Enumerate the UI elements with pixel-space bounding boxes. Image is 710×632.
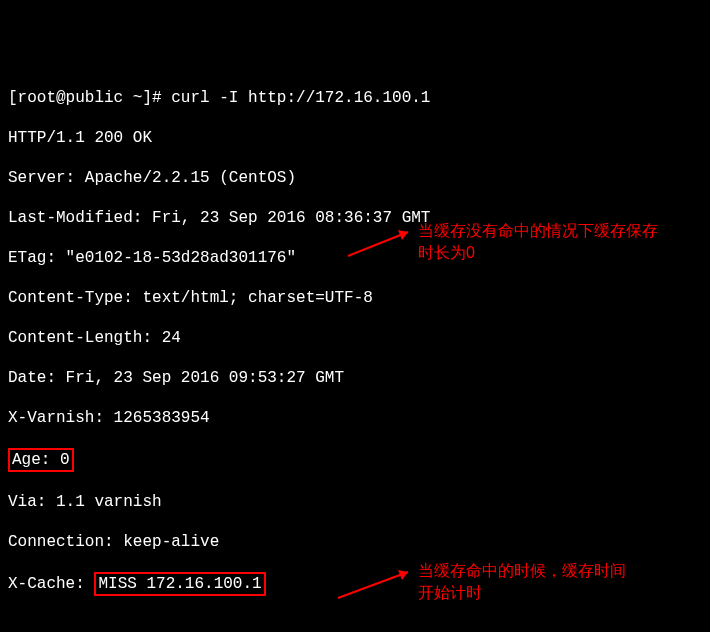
clen-line: Content-Length: 24 (8, 328, 702, 348)
date-line: Date: Fri, 23 Sep 2016 09:53:27 GMT (8, 368, 702, 388)
xcache-highlight-1: MISS 172.16.100.1 (94, 572, 265, 596)
xvarnish-line: X-Varnish: 1265383954 (8, 408, 702, 428)
age-line-1: Age: 0 (8, 448, 702, 472)
age-highlight-1: Age: 0 (8, 448, 74, 472)
annotation-miss-l2: 时长为0 (418, 244, 475, 261)
annotation-miss-l1: 当缓存没有命中的情况下缓存保存 (418, 222, 658, 239)
annotation-hit-l2: 开始计时 (418, 584, 482, 601)
annotation-hit-l1: 当缓存命中的时候，缓存时间 (418, 562, 626, 579)
ctype-line: Content-Type: text/html; charset=UTF-8 (8, 288, 702, 308)
prompt-line-1: [root@public ~]# curl -I http://172.16.1… (8, 88, 702, 108)
server-line: Server: Apache/2.2.15 (CentOS) (8, 168, 702, 188)
conn-line: Connection: keep-alive (8, 532, 702, 552)
http-line: HTTP/1.1 200 OK (8, 128, 702, 148)
annotation-hit: 当缓存命中的时候，缓存时间 开始计时 (418, 560, 626, 604)
annotation-miss: 当缓存没有命中的情况下缓存保存 时长为0 (418, 220, 658, 264)
blank-line (8, 616, 702, 632)
xcache-prefix: X-Cache: (8, 575, 94, 593)
svg-marker-1 (398, 230, 408, 240)
via-line: Via: 1.1 varnish (8, 492, 702, 512)
